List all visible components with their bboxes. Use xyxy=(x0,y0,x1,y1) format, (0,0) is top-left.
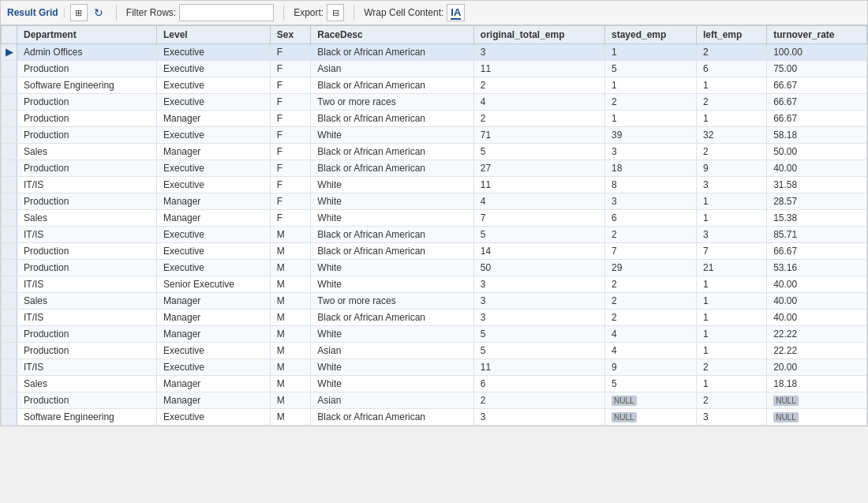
cell-level: Manager xyxy=(156,193,270,210)
cell-sex: M xyxy=(270,243,311,260)
col-header-level[interactable]: Level xyxy=(156,26,270,44)
cell-row-indicator xyxy=(2,160,17,177)
cell-stayed-emp: 5 xyxy=(604,61,696,77)
cell-sex: M xyxy=(270,392,311,409)
cell-original-total-emp: 27 xyxy=(473,160,604,177)
cell-left-emp: 32 xyxy=(697,127,767,144)
result-grid-section: Result Grid | ⊞ ↻ xyxy=(7,4,107,21)
wrap-icon: IA xyxy=(451,6,461,20)
cell-row-indicator xyxy=(2,376,17,392)
col-header-department[interactable]: Department xyxy=(17,26,157,44)
col-header-sex[interactable]: Sex xyxy=(270,26,311,44)
cell-left-emp: 3 xyxy=(697,177,767,193)
col-header-turnover-rate[interactable]: turnover_rate xyxy=(767,26,867,44)
table-row[interactable]: ProductionExecutiveFTwo or more races422… xyxy=(2,94,867,111)
null-badge: NULL xyxy=(773,396,799,406)
cell-turnover-rate: 85.71 xyxy=(767,227,867,243)
export-button[interactable]: ⊟ xyxy=(327,4,344,21)
table-row[interactable]: Software EngineeringExecutiveMBlack or A… xyxy=(2,409,867,426)
filter-input[interactable] xyxy=(179,4,274,21)
col-header-racedesc[interactable]: RaceDesc xyxy=(311,26,474,44)
cell-racedesc: Asian xyxy=(311,392,474,409)
table-row[interactable]: ProductionExecutiveFAsian115675.00 xyxy=(2,61,867,77)
cell-department: IT/IS xyxy=(17,227,157,243)
cell-left-emp: 1 xyxy=(697,376,767,392)
cell-left-emp: 1 xyxy=(697,343,767,359)
cell-racedesc: Asian xyxy=(311,343,474,359)
cell-turnover-rate: 66.67 xyxy=(767,111,867,127)
cell-level: Manager xyxy=(156,310,270,326)
cell-racedesc: White xyxy=(311,326,474,343)
cell-department: Sales xyxy=(17,376,157,392)
cell-row-indicator xyxy=(2,326,17,343)
cell-department: Production xyxy=(17,260,157,276)
col-header-stayed-emp[interactable]: stayed_emp xyxy=(604,26,696,44)
cell-left-emp: 2 xyxy=(697,44,767,61)
cell-sex: F xyxy=(270,177,311,193)
cell-original-total-emp: 3 xyxy=(473,310,604,326)
cell-sex: M xyxy=(270,310,311,326)
cell-racedesc: White xyxy=(311,359,474,376)
table-row[interactable]: ▶Admin OfficesExecutiveFBlack or African… xyxy=(2,44,867,61)
cell-original-total-emp: 3 xyxy=(473,276,604,293)
cell-row-indicator xyxy=(2,293,17,310)
cell-turnover-rate: 50.00 xyxy=(767,144,867,160)
col-header-left-emp[interactable]: left_emp xyxy=(697,26,767,44)
table-row[interactable]: ProductionManagerMWhite54122.22 xyxy=(2,326,867,343)
table-row[interactable]: ProductionExecutiveFBlack or African Ame… xyxy=(2,160,867,177)
table-row[interactable]: SalesManagerMWhite65118.18 xyxy=(2,376,867,392)
cell-left-emp: 6 xyxy=(697,61,767,77)
wrap-button[interactable]: IA xyxy=(447,4,465,21)
cell-turnover-rate: 53.16 xyxy=(767,260,867,276)
cell-racedesc: Black or African American xyxy=(311,227,474,243)
cell-department: Production xyxy=(17,193,157,210)
cell-turnover-rate: 66.67 xyxy=(767,243,867,260)
grid-view-button[interactable]: ⊞ xyxy=(70,4,88,21)
table-row[interactable]: IT/ISSenior ExecutiveMWhite32140.00 xyxy=(2,276,867,293)
table-row[interactable]: ProductionManagerMAsian2NULL2NULL xyxy=(2,392,867,409)
table-row[interactable]: IT/ISExecutiveFWhite118331.58 xyxy=(2,177,867,193)
refresh-button[interactable]: ↻ xyxy=(91,4,107,21)
table-row[interactable]: IT/ISExecutiveMWhite119220.00 xyxy=(2,359,867,376)
table-row[interactable]: ProductionManagerFWhite43128.57 xyxy=(2,193,867,210)
cell-level: Manager xyxy=(156,376,270,392)
table-row[interactable]: ProductionExecutiveMBlack or African Ame… xyxy=(2,243,867,260)
cell-department: Sales xyxy=(17,210,157,227)
cell-turnover-rate: 20.00 xyxy=(767,359,867,376)
col-header-original-total-emp[interactable]: original_total_emp xyxy=(473,26,604,44)
cell-sex: F xyxy=(270,160,311,177)
cell-turnover-rate: 18.18 xyxy=(767,376,867,392)
table-row[interactable]: ProductionExecutiveMAsian54122.22 xyxy=(2,343,867,359)
cell-turnover-rate: 40.00 xyxy=(767,293,867,310)
cell-stayed-emp: 6 xyxy=(604,210,696,227)
null-badge: NULL xyxy=(612,396,637,406)
cell-row-indicator xyxy=(2,409,17,426)
cell-racedesc: Black or African American xyxy=(311,44,474,61)
cell-left-emp: 2 xyxy=(697,359,767,376)
result-grid-label: Result Grid xyxy=(7,7,58,18)
table-row[interactable]: ProductionExecutiveFWhite71393258.18 xyxy=(2,127,867,144)
table-row[interactable]: ProductionManagerFBlack or African Ameri… xyxy=(2,111,867,127)
table-row[interactable]: SalesManagerMTwo or more races32140.00 xyxy=(2,293,867,310)
cell-original-total-emp: 71 xyxy=(473,127,604,144)
cell-stayed-emp: 4 xyxy=(604,326,696,343)
cell-department: Admin Offices xyxy=(17,44,157,61)
table-row[interactable]: Software EngineeringExecutiveFBlack or A… xyxy=(2,77,867,94)
cell-level: Executive xyxy=(156,177,270,193)
cell-turnover-rate: 15.38 xyxy=(767,210,867,227)
cell-stayed-emp: 29 xyxy=(604,260,696,276)
cell-row-indicator xyxy=(2,111,17,127)
cell-stayed-emp: 5 xyxy=(604,376,696,392)
cell-stayed-emp: NULL xyxy=(604,409,696,426)
table-row[interactable]: ProductionExecutiveMWhite50292153.16 xyxy=(2,260,867,276)
table-row[interactable]: IT/ISExecutiveMBlack or African American… xyxy=(2,227,867,243)
cell-original-total-emp: 2 xyxy=(473,392,604,409)
cell-original-total-emp: 5 xyxy=(473,227,604,243)
cell-department: Production xyxy=(17,343,157,359)
cell-level: Manager xyxy=(156,111,270,127)
table-row[interactable]: IT/ISManagerMBlack or African American32… xyxy=(2,310,867,326)
table-row[interactable]: SalesManagerFBlack or African American53… xyxy=(2,144,867,160)
table-row[interactable]: SalesManagerFWhite76115.38 xyxy=(2,210,867,227)
cell-sex: F xyxy=(270,144,311,160)
cell-department: IT/IS xyxy=(17,310,157,326)
